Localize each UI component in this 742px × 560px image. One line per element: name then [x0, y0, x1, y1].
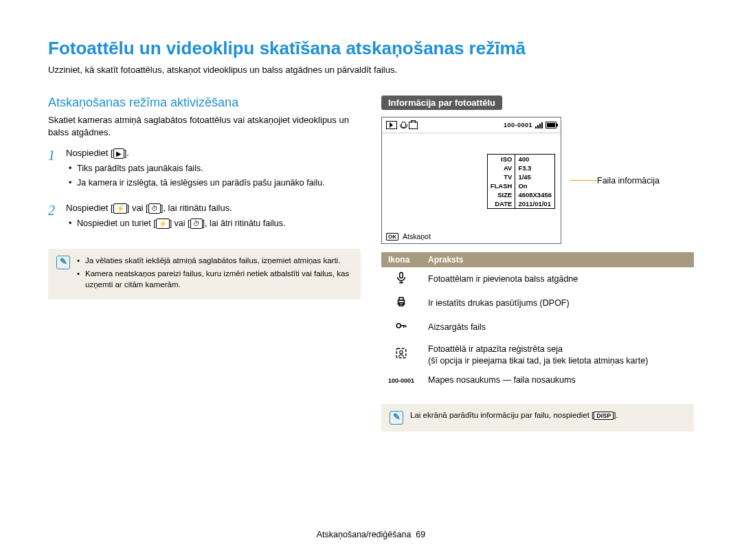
ok-button-icon: OK: [386, 233, 398, 240]
page-footer: Atskaņošana/rediģēšana 69: [0, 530, 742, 539]
file-info-panel: ISO400 AVF3.3 TV1/45 FLASHOn SIZE4608X34…: [487, 154, 555, 209]
icon-legend-table: Ikona Apraksts Fotoattēlam ir pievienota…: [381, 252, 694, 390]
flash-button-icon: ⚡: [156, 219, 170, 229]
note-box: ✎ Lai ekrānā parādītu informāciju par fa…: [381, 404, 694, 432]
lcd-preview: 100-0001 ISO400 AVF3.3 TV1/45 FLASHOn SI…: [381, 117, 561, 244]
step2-text-mid: ] vai [: [127, 203, 148, 213]
table-cell: Mapes nosaukums — faila nosaukums: [421, 370, 694, 390]
note-item: Ja vēlaties skatīt iekšējā atmiņā saglab…: [77, 256, 352, 267]
step2-text-pre: Nospiediet [: [66, 203, 113, 213]
flash-button-icon: ⚡: [113, 203, 127, 214]
table-row: Aizsargāts fails: [381, 315, 694, 339]
folder-file-id: 100-0001: [504, 122, 532, 128]
step-2: 2 Nospiediet [⚡] vai [⏱], lai ritinātu f…: [48, 203, 361, 239]
page-title: Fotoattēlu un videoklipu skatīšana atska…: [48, 38, 694, 59]
note-text: ].: [614, 411, 618, 419]
disp-button-icon: DISP: [594, 412, 614, 420]
table-header-icon: Ikona: [381, 252, 421, 267]
note-icon: ✎: [56, 256, 70, 269]
table-cell: Fotoattēlā ir atpazīta reģistrēta seja (…: [421, 339, 694, 371]
svg-rect-10: [396, 348, 406, 358]
step1-bullet: Ja kamera ir izslēgta, tā ieslēgsies un …: [66, 177, 361, 189]
note-item: Kamera neatskaņos pareizi failus, kuru i…: [77, 269, 352, 290]
step2-bullet: Nospiediet un turiet [⚡] vai [⏱], lai āt…: [66, 218, 361, 229]
step-number: 1: [48, 148, 59, 199]
table-row: Fotoattēlam ir pievienota balss atgādne: [381, 267, 694, 291]
svg-point-6: [396, 324, 401, 328]
step2-text-post: ], lai ritinātu failus.: [161, 203, 232, 213]
lcd-preview-row: 100-0001 ISO400 AVF3.3 TV1/45 FLASHOn SI…: [381, 117, 694, 244]
table-cell: Ir iestatīts drukas pasūtījums (DPOF): [421, 291, 694, 315]
step1-text-post: ].: [124, 148, 129, 158]
callout-label: Faila informācija: [597, 176, 660, 186]
step1-text-pre: Nospiediet [: [66, 148, 113, 158]
section-para: Skatiet kameras atmiņā saglabātos fotoat…: [48, 114, 361, 138]
svg-rect-0: [400, 273, 403, 278]
intro-text: Uzziniet, kā skatīt fotoattēlus, atskaņo…: [48, 65, 694, 75]
microphone-icon: [395, 271, 407, 284]
step1-bullet: Tiks parādīts pats jaunākais fails.: [66, 163, 361, 175]
svg-rect-4: [399, 298, 403, 300]
table-row: Fotoattēlā ir atpazīta reģistrēta seja (…: [381, 339, 694, 371]
table-row: 100-0001 Mapes nosaukums — faila nosauku…: [381, 370, 694, 390]
note-text: Lai ekrānā parādītu informāciju par fail…: [410, 411, 594, 419]
dpof-icon: [409, 122, 418, 129]
table-cell: Fotoattēlam ir pievienota balss atgādne: [421, 267, 694, 291]
table-cell: Aizsargāts fails: [421, 315, 694, 339]
timer-button-icon: ⏱: [190, 219, 203, 229]
note-icon: ✎: [390, 411, 403, 425]
step-number: 2: [48, 203, 59, 239]
face-detect-icon: [395, 347, 407, 359]
signal-icon: [535, 122, 543, 128]
key-icon: [395, 320, 407, 332]
playback-mode-icon: [386, 121, 397, 129]
callout-line: [570, 180, 597, 181]
battery-icon: [546, 122, 556, 128]
table-row: Ir iestatīts drukas pasūtījums (DPOF): [381, 291, 694, 315]
note-box: ✎ Ja vēlaties skatīt iekšējā atmiņā sagl…: [48, 249, 361, 300]
svg-point-11: [400, 350, 403, 354]
section-heading: Atskaņošanas režīma aktivizēšana: [48, 96, 361, 110]
ok-action-label: Atskaņot: [403, 232, 431, 240]
playback-button-icon: ▶: [113, 148, 124, 159]
info-subheading: Informācija par fotoattēlu: [381, 96, 502, 110]
printer-icon: [395, 295, 407, 308]
step-1: 1 Nospiediet [▶]. Tiks parādīts pats jau…: [48, 148, 361, 199]
timer-button-icon: ⏱: [148, 203, 161, 214]
voice-memo-icon: [400, 122, 406, 129]
table-header-desc: Apraksts: [421, 252, 694, 267]
